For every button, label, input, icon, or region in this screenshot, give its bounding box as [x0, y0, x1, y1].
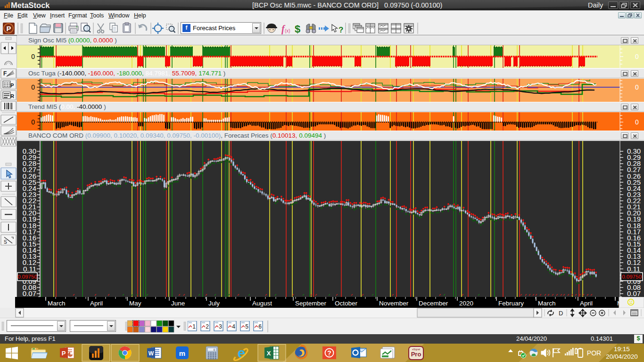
svg-text:0.09750: 0.09750	[622, 274, 642, 280]
svg-text:April: April	[90, 300, 103, 307]
svg-text:0: 0	[635, 83, 639, 91]
svg-text:February: February	[498, 300, 524, 307]
svg-text:0: 0	[31, 118, 35, 126]
svg-text:December: December	[419, 300, 448, 307]
svg-text:S: S	[4, 239, 7, 245]
svg-text:?: ?	[339, 25, 343, 34]
svg-text:0.07: 0.07	[23, 289, 36, 297]
svg-text:March: March	[48, 300, 66, 307]
svg-text:0.07: 0.07	[627, 289, 641, 297]
svg-text:(x): (x)	[285, 28, 290, 33]
svg-text:m: m	[179, 349, 185, 357]
svg-text:October: October	[335, 300, 358, 307]
svg-text:eSignal: eSignal	[412, 348, 420, 351]
svg-text:September: September	[295, 300, 327, 307]
svg-text:April: April	[580, 300, 593, 307]
svg-text:5: 5	[245, 323, 248, 330]
svg-text:R: R	[10, 93, 14, 99]
svg-text:19:15: 19:15	[614, 346, 630, 353]
svg-text:P: P	[62, 350, 66, 357]
svg-text:0: 0	[31, 53, 35, 60]
svg-text:20/04/2020: 20/04/2020	[606, 353, 638, 360]
svg-text:X: X	[267, 350, 271, 357]
svg-text:0: 0	[635, 53, 639, 60]
svg-text:Pro: Pro	[411, 351, 421, 358]
svg-text:$: $	[295, 23, 300, 35]
svg-text:2020: 2020	[459, 300, 473, 307]
svg-text:July: July	[208, 300, 220, 307]
svg-text:6: 6	[258, 323, 262, 330]
svg-text:May: May	[129, 300, 141, 307]
svg-text:0.09750: 0.09750	[17, 274, 37, 280]
svg-text:3: 3	[219, 323, 222, 330]
svg-text:W: W	[149, 350, 154, 357]
svg-text:[BCP Osc MI5.mwc - BANCO COM O: [BCP Osc MI5.mwc - BANCO COM ORD] 0.0975…	[252, 1, 442, 9]
svg-text:P: P	[6, 25, 11, 33]
svg-text:P: P	[10, 82, 14, 88]
svg-text:0: 0	[635, 118, 639, 126]
svg-text:2: 2	[206, 323, 209, 330]
svg-text:March: March	[538, 300, 556, 307]
svg-text:POR: POR	[587, 349, 601, 357]
svg-text:November: November	[379, 300, 409, 307]
svg-text:D: D	[559, 310, 563, 317]
svg-text:1: 1	[192, 323, 196, 330]
svg-text:F: F	[3, 70, 7, 77]
svg-text:August: August	[252, 300, 272, 307]
svg-text:4: 4	[232, 323, 235, 330]
svg-text:MetaStock: MetaStock	[11, 1, 50, 9]
svg-text:June: June	[171, 300, 185, 307]
svg-text:Daily: Daily	[588, 1, 603, 9]
svg-text:?: ?	[327, 349, 331, 357]
svg-text:0: 0	[31, 83, 35, 91]
